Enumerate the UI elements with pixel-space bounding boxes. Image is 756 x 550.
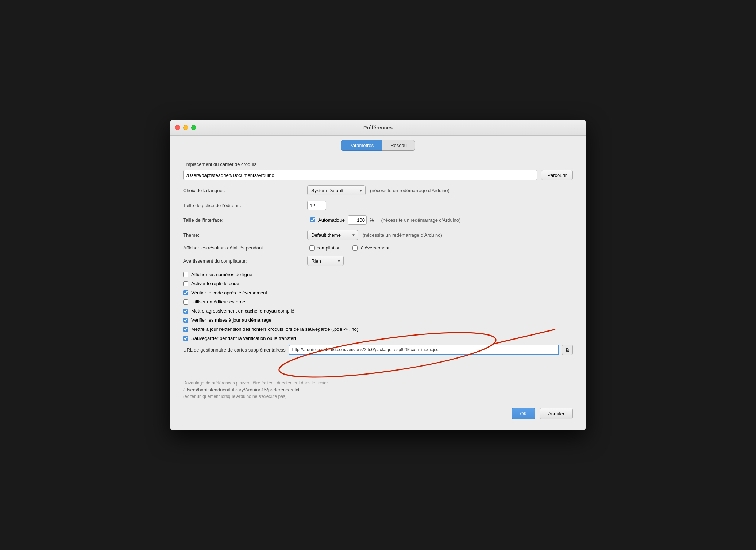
- language-label: Choix de la langue :: [183, 188, 307, 193]
- checkbox-row-code-folding: Activer le repli de code: [183, 281, 573, 286]
- checkbox-label-external-editor: Utiliser un éditeur externe: [191, 299, 245, 305]
- url-section: URL de gestionnaire de cartes supplément…: [183, 345, 573, 355]
- checkbox-row-external-editor: Utiliser un éditeur externe: [183, 299, 573, 305]
- show-results-row: Afficher les résultats détaillés pendant…: [183, 245, 573, 251]
- font-size-row: Taille de police de l'éditeur :: [183, 201, 573, 210]
- tab-parametres[interactable]: Paramètres: [341, 140, 382, 151]
- theme-select-wrap: Default theme ▼: [307, 230, 358, 240]
- sketchbook-label: Emplacement du carnet de croquis: [183, 162, 573, 167]
- checkbox-label-update-extension: Mettre à jour l'extension des fichiers c…: [191, 326, 358, 332]
- titlebar: Préférences: [170, 120, 586, 136]
- preferences-content: Emplacement du carnet de croquis Parcour…: [170, 154, 586, 430]
- compiler-warning-row: Avertissement du compilateur: Rien ▼: [183, 256, 573, 266]
- minimize-button[interactable]: [183, 125, 188, 130]
- footer-note: (éditer uniquement lorsque Arduino ne s'…: [183, 394, 573, 399]
- language-select[interactable]: System Default: [307, 185, 366, 195]
- checkbox-save-on-verify[interactable]: [183, 336, 188, 341]
- sketchbook-row: Parcourir: [183, 170, 573, 180]
- interface-size-label: Taille de l'interface:: [183, 217, 307, 223]
- televersement-label: téléversement: [360, 245, 390, 251]
- compiler-warning-select[interactable]: Rien: [307, 256, 344, 266]
- checkbox-update-extension[interactable]: [183, 327, 188, 332]
- checkbox-label-check-updates: Vérifier les mises à jour au démarrage: [191, 317, 271, 323]
- maximize-button[interactable]: [191, 125, 196, 130]
- footer-hint: Davantage de préférences peuvent être éd…: [183, 380, 573, 386]
- window-title: Préférences: [363, 125, 393, 131]
- ok-button[interactable]: OK: [512, 408, 535, 419]
- checkboxes-section: Afficher les numéros de ligne Activer le…: [183, 272, 573, 341]
- checkbox-label-line-numbers: Afficher les numéros de ligne: [191, 272, 252, 277]
- checkbox-verify-after-upload[interactable]: [183, 290, 188, 295]
- theme-label: Theme:: [183, 232, 307, 238]
- language-select-wrap: System Default ▼: [307, 185, 366, 195]
- checkbox-label-code-folding: Activer le repli de code: [191, 281, 239, 286]
- checkbox-cache-compiled[interactable]: [183, 309, 188, 314]
- checkbox-check-updates[interactable]: [183, 318, 188, 323]
- checkbox-line-numbers[interactable]: [183, 272, 188, 277]
- percent-sign: %: [370, 217, 374, 223]
- televersement-checkbox[interactable]: [352, 245, 358, 251]
- footer-section: Davantage de préférences peuvent être éd…: [183, 380, 573, 399]
- tab-bar: Paramètres Réseau: [170, 136, 586, 154]
- language-restart-note: (nécessite un redémarrage d'Arduino): [370, 188, 450, 193]
- copy-url-button[interactable]: ⧉: [562, 345, 573, 355]
- tab-reseau[interactable]: Réseau: [382, 140, 415, 151]
- compiler-warning-label: Avertissement du compilateur:: [183, 258, 307, 264]
- checkbox-row-update-extension: Mettre à jour l'extension des fichiers c…: [183, 326, 573, 332]
- compiler-warning-select-wrap: Rien ▼: [307, 256, 344, 266]
- checkbox-row-verify-after-upload: Vérifier le code après téléversement: [183, 290, 573, 295]
- checkbox-code-folding[interactable]: [183, 281, 188, 286]
- url-row: URL de gestionnaire de cartes supplément…: [183, 345, 573, 355]
- checkbox-label-save-on-verify: Sauvegarder pendant la vérification ou l…: [191, 336, 296, 341]
- url-label: URL de gestionnaire de cartes supplément…: [183, 347, 286, 353]
- checkbox-label-cache-compiled: Mettre agressivement en cache le noyau c…: [191, 308, 294, 314]
- interface-size-checkbox[interactable]: [310, 217, 315, 222]
- interface-restart-note: (nécessite un redémarrage d'Arduino): [381, 217, 461, 223]
- close-button[interactable]: [175, 125, 180, 130]
- theme-restart-note: (nécessite un redémarrage d'Arduino): [363, 232, 442, 238]
- cancel-button[interactable]: Annuler: [540, 408, 573, 419]
- checkbox-row-check-updates: Vérifier les mises à jour au démarrage: [183, 317, 573, 323]
- traffic-lights: [175, 125, 196, 130]
- checkbox-row-save-on-verify: Sauvegarder pendant la vérification ou l…: [183, 336, 573, 341]
- footer-path: /Users/baptisteadrien/Library/Arduino15/…: [183, 387, 573, 392]
- url-input[interactable]: [289, 345, 559, 355]
- checkbox-external-editor[interactable]: [183, 299, 188, 305]
- sketchbook-path-input[interactable]: [183, 170, 537, 180]
- compilation-checkbox[interactable]: [309, 245, 315, 251]
- language-row: Choix de la langue : System Default ▼ (n…: [183, 185, 573, 195]
- interface-size-row: Taille de l'interface: Automatique % (né…: [183, 215, 573, 225]
- theme-select[interactable]: Default theme: [307, 230, 358, 240]
- checkbox-label-verify-after-upload: Vérifier le code après téléversement: [191, 290, 267, 295]
- show-results-label: Afficher les résultats détaillés pendant…: [183, 245, 307, 251]
- compilation-label: compilation: [317, 245, 341, 251]
- buttons-row: OK Annuler: [183, 408, 573, 419]
- theme-row: Theme: Default theme ▼ (nécessite un red…: [183, 230, 573, 240]
- checkbox-row-line-numbers: Afficher les numéros de ligne: [183, 272, 573, 277]
- font-size-input[interactable]: [307, 201, 326, 210]
- url-label-text: URL de gestionnaire de cartes supplément…: [183, 347, 283, 353]
- checkbox-row-cache-compiled: Mettre agressivement en cache le noyau c…: [183, 308, 573, 314]
- interface-size-checkbox-label[interactable]: Automatique: [318, 217, 345, 223]
- browse-button[interactable]: Parcourir: [541, 170, 573, 180]
- preferences-window: Préférences Paramètres Réseau Emplacemen…: [170, 120, 586, 430]
- font-size-label: Taille de police de l'éditeur :: [183, 203, 307, 208]
- interface-size-percent-input[interactable]: [348, 215, 367, 225]
